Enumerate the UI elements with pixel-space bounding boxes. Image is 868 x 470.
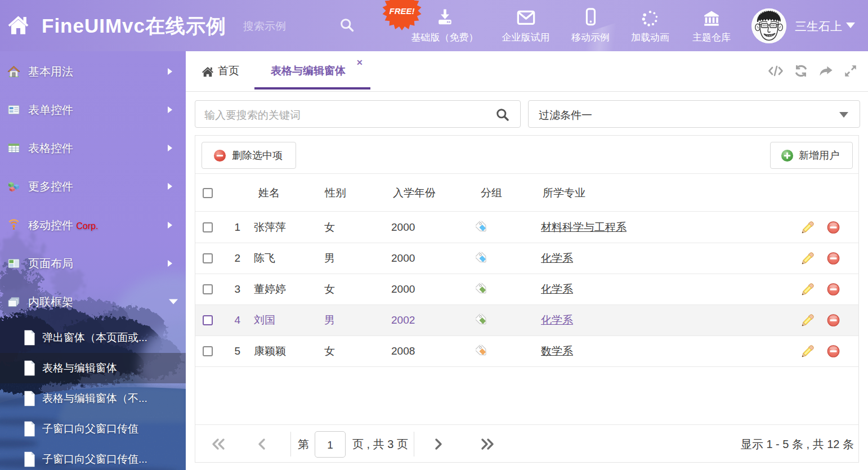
svg-text:FREE!: FREE!	[390, 6, 415, 16]
